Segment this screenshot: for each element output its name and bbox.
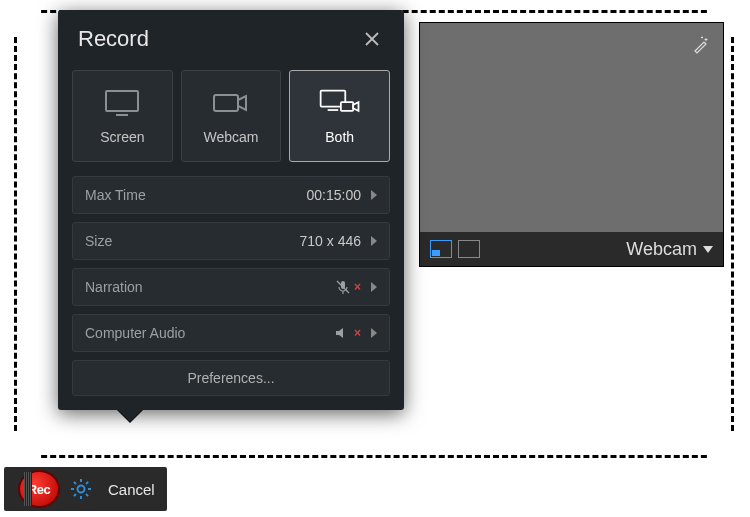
resize-handle-tl[interactable] (14, 10, 40, 36)
size-value: 710 x 446 (300, 233, 362, 249)
size-label: Size (85, 233, 112, 249)
close-button[interactable] (360, 27, 384, 51)
cancel-button[interactable]: Cancel (102, 481, 161, 498)
max-time-row[interactable]: Max Time 00:15:00 (72, 176, 390, 214)
webcam-controls-bar: Webcam (420, 232, 723, 266)
max-time-value: 00:15:00 (307, 187, 362, 203)
chevron-down-icon (703, 246, 713, 253)
mode-webcam-label: Webcam (204, 129, 259, 145)
max-time-label: Max Time (85, 187, 146, 203)
chevron-right-icon (371, 328, 377, 338)
chevron-right-icon (371, 282, 377, 292)
settings-gear-button[interactable] (68, 476, 94, 502)
popup-title: Record (78, 26, 149, 52)
computer-audio-label: Computer Audio (85, 325, 185, 341)
preferences-label: Preferences... (187, 370, 274, 386)
svg-point-5 (78, 486, 85, 493)
magic-wand-icon[interactable] (687, 31, 715, 59)
cancel-button-label: Cancel (108, 481, 155, 498)
record-settings-popup: Record Screen Webcam Both Max Time 00 (58, 10, 404, 410)
camera-icon (209, 87, 253, 119)
position-bottom-right-button[interactable] (458, 240, 480, 258)
mode-screen-button[interactable]: Screen (72, 70, 173, 162)
audio-off-indicator: × (354, 326, 361, 340)
monitor-camera-icon (318, 87, 362, 119)
narration-off-indicator: × (354, 280, 361, 294)
mode-both-label: Both (325, 129, 354, 145)
monitor-icon (100, 87, 144, 119)
speaker-icon: × (335, 326, 361, 340)
close-icon (364, 31, 380, 47)
chevron-right-icon (371, 236, 377, 246)
resize-handle-br[interactable] (708, 432, 734, 458)
mode-both-button[interactable]: Both (289, 70, 390, 162)
microphone-icon: × (335, 279, 361, 295)
position-bottom-left-button[interactable] (430, 240, 452, 258)
computer-audio-row[interactable]: Computer Audio × (72, 314, 390, 352)
svg-rect-1 (214, 95, 238, 111)
narration-row[interactable]: Narration × (72, 268, 390, 306)
record-button-label: Rec (28, 482, 50, 497)
webcam-source-label: Webcam (626, 239, 697, 260)
svg-rect-0 (106, 91, 138, 111)
chevron-right-icon (371, 190, 377, 200)
svg-rect-3 (341, 102, 353, 111)
size-row[interactable]: Size 710 x 446 (72, 222, 390, 260)
mode-webcam-button[interactable]: Webcam (181, 70, 282, 162)
webcam-source-dropdown[interactable]: Webcam (626, 239, 713, 260)
gear-icon (70, 478, 92, 500)
webcam-preview-panel: Webcam (419, 22, 724, 267)
webcam-video-area (420, 23, 723, 232)
record-button[interactable]: Rec (18, 470, 60, 508)
bottom-control-bar: Rec Cancel (4, 467, 167, 511)
mode-screen-label: Screen (100, 129, 144, 145)
resize-handle-bl[interactable] (14, 432, 40, 458)
preferences-button[interactable]: Preferences... (72, 360, 390, 396)
narration-label: Narration (85, 279, 143, 295)
